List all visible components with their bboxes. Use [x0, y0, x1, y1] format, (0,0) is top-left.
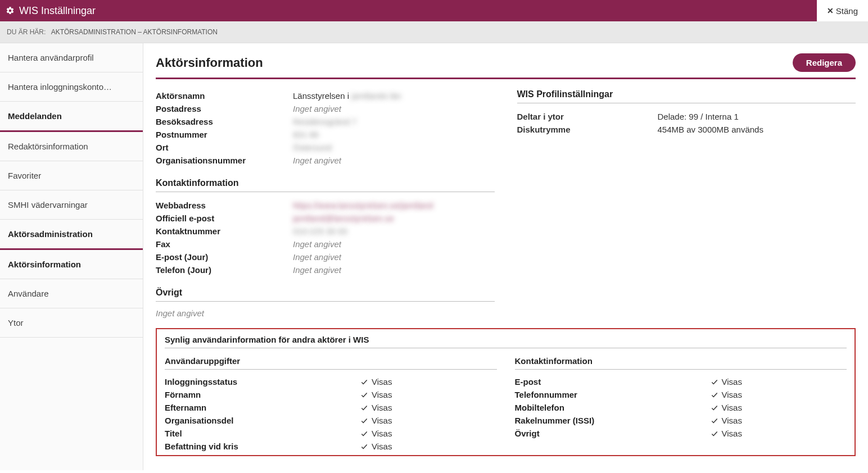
kv-value: Östersund — [293, 143, 332, 152]
kv-label: Fax — [156, 239, 293, 249]
breadcrumb-path[interactable]: AKTÖRSADMINISTRATION – AKTÖRSINFORMATION — [51, 28, 218, 36]
kv-value: Inget angivet — [293, 104, 341, 113]
profile-value: Delade: 99 / Interna 1 — [658, 112, 739, 121]
gear-icon — [6, 6, 15, 15]
vis-value: Visas — [711, 429, 742, 438]
close-label: Stäng — [836, 6, 858, 16]
sidebar: Hantera användarprofilHantera inloggning… — [0, 43, 143, 470]
vis-label: Inloggningsstatus — [165, 377, 360, 386]
breadcrumb: DU ÄR HÄR: AKTÖRSADMINISTRATION – AKTÖRS… — [0, 21, 868, 43]
sidebar-item-0[interactable]: Hantera användarprofil — [0, 43, 143, 72]
kv-value: Inget angivet — [293, 252, 341, 262]
header-left: WIS Inställningar — [6, 5, 96, 17]
page-header: Aktörsinformation Redigera — [156, 53, 856, 79]
vis-value: Visas — [711, 403, 742, 412]
kv-label: Telefon (Jour) — [156, 265, 293, 275]
header-title: WIS Inställningar — [19, 5, 96, 17]
contact-rows-row-5: Telefon (Jour)Inget angivet — [156, 263, 495, 276]
kv-label: Postnummer — [156, 130, 293, 139]
sidebar-item-8[interactable]: Användare — [0, 279, 143, 308]
close-icon: ✕ — [827, 6, 834, 15]
actor-rows-row-0: AktörsnamnLänsstyrelsen i jamtlands län — [156, 89, 495, 102]
kv-value: https://www.lansstyrelsen.se/jamtland — [293, 201, 433, 210]
vis-left-row-5: Befattning vid krisVisas — [165, 440, 497, 453]
vis-right-row-3: Rakelnummer (ISSI)Visas — [515, 414, 847, 427]
vis-label: E-post — [515, 377, 711, 386]
kv-label: Officiell e-post — [156, 213, 293, 223]
kv-label: E-post (Jour) — [156, 252, 293, 262]
contact-rows-row-0: Webbadresshttps://www.lansstyrelsen.se/j… — [156, 199, 495, 212]
kv-label: Webbadress — [156, 201, 293, 210]
check-icon — [360, 443, 368, 451]
profile-row-1: Diskutrymme454MB av 3000MB används — [517, 123, 856, 136]
vis-value: Visas — [711, 390, 742, 399]
vis-label: Organisationsdel — [165, 416, 360, 425]
vis-right-row-2: MobiltelefonVisas — [515, 401, 847, 414]
actor-rows-row-4: OrtÖstersund — [156, 141, 495, 154]
actor-rows-row-5: OrganisationsnummerInget angivet — [156, 154, 495, 167]
close-button[interactable]: ✕ Stäng — [817, 0, 868, 21]
vis-label: Förnamn — [165, 390, 360, 399]
vis-left-row-3: OrganisationsdelVisas — [165, 414, 497, 427]
vis-value: Visas — [360, 377, 392, 386]
app-header: WIS Inställningar ✕ Stäng — [0, 0, 868, 21]
breadcrumb-label: DU ÄR HÄR: — [7, 28, 46, 36]
check-icon — [360, 378, 368, 386]
actor-rows-row-1: PostadressInget angivet — [156, 102, 495, 115]
vis-label: Efternamn — [165, 403, 360, 412]
kv-value: Inget angivet — [293, 265, 341, 275]
edit-button[interactable]: Redigera — [793, 53, 856, 72]
vis-value: Visas — [360, 442, 392, 451]
contact-rows-row-4: E-post (Jour)Inget angivet — [156, 251, 495, 263]
vis-left-row-4: TitelVisas — [165, 427, 497, 440]
sidebar-item-1[interactable]: Hantera inloggningskonto… — [0, 72, 143, 102]
actor-rows-row-3: Postnummer831 86 — [156, 128, 495, 141]
vis-label: Övrigt — [515, 429, 711, 438]
visibility-title: Synlig användarinformation för andra akt… — [165, 335, 847, 348]
vis-value: Visas — [360, 429, 392, 438]
check-icon — [711, 404, 718, 412]
check-icon — [360, 430, 368, 438]
sidebar-item-2[interactable]: Meddelanden — [0, 102, 143, 132]
sidebar-item-5[interactable]: SMHI vädervarningar — [0, 190, 143, 220]
vis-label: Mobiltelefon — [515, 403, 711, 412]
kv-label: Besöksadress — [156, 117, 293, 126]
check-icon — [360, 404, 368, 412]
profile-section-header: WIS Profilinställningar — [517, 89, 856, 103]
contact-rows-row-1: Officiell e-postjamtland@lansstyrelsen.s… — [156, 212, 495, 225]
check-icon — [711, 417, 718, 425]
contact-rows-row-3: FaxInget angivet — [156, 238, 495, 251]
vis-value: Visas — [360, 403, 392, 412]
sidebar-item-7[interactable]: Aktörsinformation — [0, 250, 143, 279]
profile-value: 454MB av 3000MB används — [658, 125, 763, 134]
kv-value: Länsstyrelsen i jamtlands län — [293, 91, 401, 101]
visibility-left-header: Användaruppgifter — [165, 356, 497, 370]
kv-label: Ort — [156, 143, 293, 152]
sidebar-item-9[interactable]: Ytor — [0, 308, 143, 338]
vis-left-row-0: InloggningsstatusVisas — [165, 375, 497, 388]
vis-label: Titel — [165, 429, 360, 438]
vis-value: Visas — [360, 390, 392, 399]
vis-value: Visas — [711, 416, 742, 425]
check-icon — [711, 391, 718, 399]
vis-label: Befattning vid kris — [165, 442, 360, 451]
vis-value: Visas — [711, 377, 742, 386]
vis-right-row-1: TelefonnummerVisas — [515, 388, 847, 401]
check-icon — [711, 378, 718, 386]
sidebar-item-4[interactable]: Favoriter — [0, 161, 143, 190]
main-content: Aktörsinformation Redigera AktörsnamnLän… — [143, 43, 868, 470]
vis-label: Telefonnummer — [515, 390, 711, 399]
visibility-box: Synlig användarinformation för andra akt… — [156, 328, 856, 456]
check-icon — [711, 430, 718, 438]
kv-label: Postadress — [156, 104, 293, 113]
sidebar-item-3[interactable]: Redaktörsinformation — [0, 132, 143, 161]
check-icon — [360, 391, 368, 399]
contact-section-header: Kontaktinformation — [156, 178, 495, 192]
kv-value: Inget angivet — [293, 156, 341, 165]
kv-value: jamtland@lansstyrelsen.se — [293, 213, 394, 223]
visibility-right-header: Kontaktinformation — [515, 356, 847, 370]
page-title: Aktörsinformation — [156, 56, 263, 70]
vis-right-row-0: E-postVisas — [515, 375, 847, 388]
sidebar-item-6[interactable]: Aktörsadministration — [0, 220, 143, 250]
profile-label: Deltar i ytor — [517, 112, 658, 121]
